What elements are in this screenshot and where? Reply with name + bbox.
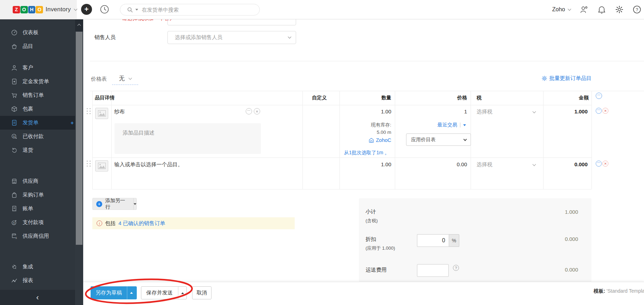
bulk-update-link[interactable]: 批量更新订单品目 [542, 75, 591, 82]
discount-unit[interactable]: % [449, 234, 459, 247]
sidebar-item-customers[interactable]: 客户 [0, 61, 75, 75]
sidebar-item-reports[interactable]: 报表 [0, 274, 75, 287]
apply-pricelist-select[interactable]: 应用价目表 [406, 133, 471, 146]
notice-text: 包括 [105, 220, 116, 227]
salesperson-select[interactable]: 选择或添加销售人员 [167, 31, 296, 44]
sidebar-item-items[interactable]: 品目 [0, 39, 75, 53]
batch-link[interactable]: 从1批次选取了1m 。 [301, 150, 390, 156]
col-header-custom: 自定义 [312, 95, 327, 101]
price-value[interactable]: 1 [425, 108, 467, 114]
quantity-value[interactable]: 1.00 [349, 108, 391, 114]
partial-field-input[interactable] [167, 19, 296, 25]
recent-history-button[interactable] [100, 5, 109, 14]
item-image-placeholder[interactable] [95, 108, 108, 119]
sidebar-item-vendors[interactable]: 供应商 [0, 174, 75, 188]
caret-up-icon[interactable] [130, 292, 133, 294]
sidebar-item-retainer-invoices[interactable]: 定金发货单 [0, 75, 75, 88]
top-bar: Z O H O Inventory + Zoho [0, 0, 644, 19]
search-scope-dropdown-icon[interactable] [135, 9, 138, 11]
quick-create-button[interactable]: + [81, 4, 92, 15]
included-orders-notice: i 包括 4 已确认的销售订单 [92, 217, 295, 229]
storefront-icon [11, 178, 18, 185]
sidebar-item-vendor-credits[interactable]: $ 供应商信用 [0, 229, 75, 243]
row-clear-button[interactable]: × [254, 108, 260, 114]
cancel-button[interactable]: 取消 [192, 286, 211, 299]
sidebar-item-label: 账单 [23, 205, 33, 212]
sidebar-item-shipments[interactable]: 发货单 + [0, 116, 75, 130]
sidebar-item-payments-received[interactable]: $ 已收付款 [0, 130, 75, 143]
row-delete-button[interactable]: × [602, 108, 608, 114]
help-icon[interactable]: ? [453, 265, 459, 271]
info-icon: i [97, 220, 102, 226]
search-icon [127, 7, 133, 13]
chevron-down-icon[interactable] [533, 110, 536, 113]
sidebar-item-sales-orders[interactable]: 销售订单 [0, 88, 75, 102]
ellipsis-icon: ··· [597, 108, 600, 113]
shipping-label: 运送费用 [366, 267, 387, 273]
price-value[interactable]: 0.00 [425, 161, 467, 167]
box-icon [11, 106, 18, 113]
add-shipment-quick-icon[interactable]: + [70, 120, 74, 126]
scroll-up-button[interactable] [75, 19, 83, 31]
caret-up-icon[interactable] [181, 292, 184, 294]
recent-transactions-link[interactable]: 最近交易 [437, 122, 466, 128]
discount-sublabel: (应用于 1.000) [366, 245, 395, 251]
template-info[interactable]: 模板: 'Standard Templat [594, 288, 644, 294]
pricelist-picker[interactable]: 无 [112, 73, 138, 85]
sidebar-scrollbar[interactable] [75, 19, 83, 305]
global-search[interactable] [120, 4, 260, 15]
scrollbar-thumb[interactable] [76, 32, 82, 245]
item-name[interactable]: 纱布 [114, 108, 125, 115]
row-actions-button[interactable]: ··· [596, 108, 602, 114]
sidebar-collapse-button[interactable]: ‹ [0, 290, 75, 305]
settings-button[interactable] [615, 5, 624, 14]
item-image-placeholder[interactable] [95, 160, 108, 172]
warehouse-link[interactable]: ZohoC [321, 137, 391, 143]
app-logo[interactable]: Z O H O Inventory [0, 0, 77, 19]
tax-select[interactable]: 选择税 [477, 161, 492, 168]
shipment-document-icon [11, 119, 18, 126]
chevron-down-icon[interactable] [74, 7, 78, 11]
row-more-button[interactable]: ··· [246, 108, 252, 114]
sidebar-item-sales-returns[interactable]: 退货 [0, 143, 75, 157]
sidebar-item-integrations[interactable]: 集成 [0, 260, 75, 274]
save-draft-label: 另存为草稿 [91, 290, 122, 296]
sidebar-item-packages[interactable]: 包裹 [0, 102, 75, 116]
amount-value: 0.000 [545, 161, 588, 167]
template-value: 'Standard Templat [607, 288, 644, 294]
drag-handle[interactable] [87, 161, 91, 170]
chevron-down-icon[interactable] [533, 163, 536, 166]
sidebar-item-payments-made[interactable]: $ 支付款项 [0, 216, 75, 229]
notifications-button[interactable] [597, 5, 606, 14]
sidebar-item-purchase-orders[interactable]: 采购订单 [0, 188, 75, 202]
table-settings-button[interactable]: ··· [596, 93, 602, 99]
history-clock-icon [100, 5, 109, 14]
sidebar-item-label: 品目 [23, 43, 33, 50]
save-as-draft-button[interactable]: 另存为草稿 [91, 286, 137, 299]
confirmed-orders-link[interactable]: 4 已确认的销售订单 [118, 220, 165, 227]
org-picker[interactable]: Zoho [552, 6, 571, 13]
divider [127, 286, 127, 299]
sidebar-item-label: 包裹 [23, 106, 33, 112]
plug-icon [11, 263, 18, 270]
save-and-send-button[interactable]: 保存并发送 [141, 286, 187, 299]
logo-letter-o1: O [20, 6, 28, 13]
save-send-label: 保存并发送 [141, 290, 173, 296]
users-button[interactable] [580, 5, 588, 14]
sidebar-item-dashboard[interactable]: 仪表板 [0, 26, 75, 39]
drag-handle[interactable] [87, 108, 91, 117]
add-row-dropdown-button[interactable] [134, 203, 136, 205]
search-input[interactable] [142, 7, 240, 13]
discount-input[interactable] [417, 234, 449, 247]
add-row-button[interactable]: + 添加另一行 [92, 198, 137, 210]
row-delete-button[interactable]: × [602, 161, 608, 167]
quantity-value[interactable]: 1.00 [349, 161, 391, 167]
tax-select[interactable]: 选择税 [477, 108, 492, 115]
item-select-placeholder[interactable]: 输入或单击以选择一个品目。 [114, 161, 183, 168]
shipping-input[interactable] [417, 264, 449, 277]
help-button[interactable]: ? [633, 5, 641, 14]
sidebar-item-label: 供应商 [23, 178, 38, 185]
row-actions-button[interactable]: ··· [596, 161, 602, 167]
sidebar-item-bills[interactable]: 账单 [0, 202, 75, 216]
item-description-input[interactable]: 添加品目描述 [115, 123, 261, 154]
